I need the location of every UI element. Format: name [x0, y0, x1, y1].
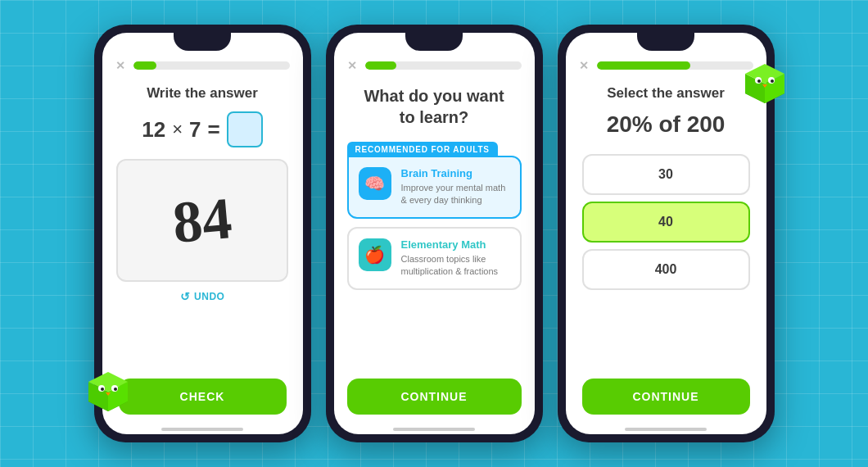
cube-mascot-right	[739, 57, 791, 110]
handwriting-area[interactable]: 84	[116, 159, 288, 282]
top-bar-2: ✕	[334, 51, 535, 77]
brain-training-desc: Improve your mental math & every day thi…	[401, 182, 510, 207]
progress-bg-1	[133, 61, 290, 70]
cube-mascot-left	[82, 365, 134, 418]
scene: ✕ Write the answer 12 × 7 = 84	[94, 25, 775, 442]
apple-icon: 🍎	[359, 238, 391, 271]
recommended-badge: RECOMMENDED FOR ADULTS	[347, 141, 522, 156]
progress-fill-1	[133, 61, 157, 70]
phone-3: ✕ Select the answer 20% of 200 30 40 400…	[558, 25, 775, 442]
elementary-math-text: Elementary Math Classroom topics like mu…	[401, 238, 510, 279]
answer-input-box[interactable]	[227, 111, 263, 147]
phone-1: ✕ Write the answer 12 × 7 = 84	[94, 25, 311, 442]
brain-training-text: Brain Training Improve your mental math …	[401, 167, 510, 207]
top-bar-3: ✕	[566, 51, 766, 77]
progress-fill-3	[597, 61, 691, 70]
svg-point-7	[114, 388, 117, 391]
math-op: ×	[172, 119, 183, 140]
close-button-3[interactable]: ✕	[579, 59, 589, 72]
brain-icon: 🧠	[359, 167, 391, 200]
home-bar-2	[393, 428, 475, 431]
phone-3-content: Select the answer 20% of 200 30 40 400 C…	[566, 77, 766, 423]
notch-3	[637, 33, 694, 51]
answer-options: 30 40 400	[582, 154, 750, 290]
phone-1-title: Write the answer	[147, 85, 258, 102]
option-brain-training[interactable]: 🧠 Brain Training Improve your mental mat…	[347, 156, 522, 219]
check-button[interactable]: CHECK	[119, 379, 287, 415]
continue-button-3[interactable]: CONTINUE	[582, 379, 750, 415]
math-num1: 12	[142, 117, 165, 143]
math-num2: 7	[189, 117, 201, 143]
continue-button-2[interactable]: CONTINUE	[347, 379, 522, 415]
undo-button[interactable]: ↺ UNDO	[180, 290, 225, 303]
phone-2: ✕ What do you wantto learn? RECOMMENDED …	[326, 25, 543, 442]
notch-2	[405, 33, 463, 51]
option-elementary-math[interactable]: 🍎 Elementary Math Classroom topics like …	[347, 227, 522, 290]
handwritten-answer: 84	[170, 184, 235, 257]
close-button-2[interactable]: ✕	[347, 59, 357, 72]
undo-label: UNDO	[194, 291, 224, 302]
progress-bg-2	[365, 61, 522, 70]
progress-bg-3	[597, 61, 753, 70]
math-eq: =	[208, 117, 220, 143]
elementary-math-desc: Classroom topics like multiplication & f…	[401, 253, 510, 279]
home-bar-3	[625, 428, 707, 431]
phone-3-title: Select the answer	[607, 85, 725, 102]
phone-2-title: What do you wantto learn?	[347, 85, 522, 128]
svg-point-16	[771, 79, 774, 83]
answer-option-30[interactable]: 30	[582, 154, 750, 195]
elementary-math-title: Elementary Math	[401, 238, 510, 251]
answer-option-40[interactable]: 40	[582, 202, 750, 243]
progress-fill-2	[365, 61, 396, 70]
notch-1	[174, 33, 231, 51]
brain-training-title: Brain Training	[401, 167, 510, 179]
math-expression: 12 × 7 =	[142, 111, 262, 147]
top-bar-1: ✕	[102, 51, 303, 77]
svg-point-6	[101, 388, 104, 391]
phone-3-inner: ✕ Select the answer 20% of 200 30 40 400…	[566, 33, 766, 434]
close-button-1[interactable]: ✕	[115, 59, 125, 72]
phone-2-content: What do you wantto learn? RECOMMENDED FO…	[334, 77, 535, 423]
phone-2-inner: ✕ What do you wantto learn? RECOMMENDED …	[334, 33, 535, 434]
answer-option-400[interactable]: 400	[582, 249, 750, 290]
svg-point-15	[757, 79, 761, 83]
undo-icon: ↺	[180, 290, 191, 303]
home-bar-1	[161, 428, 243, 431]
big-question: 20% of 200	[607, 111, 726, 138]
